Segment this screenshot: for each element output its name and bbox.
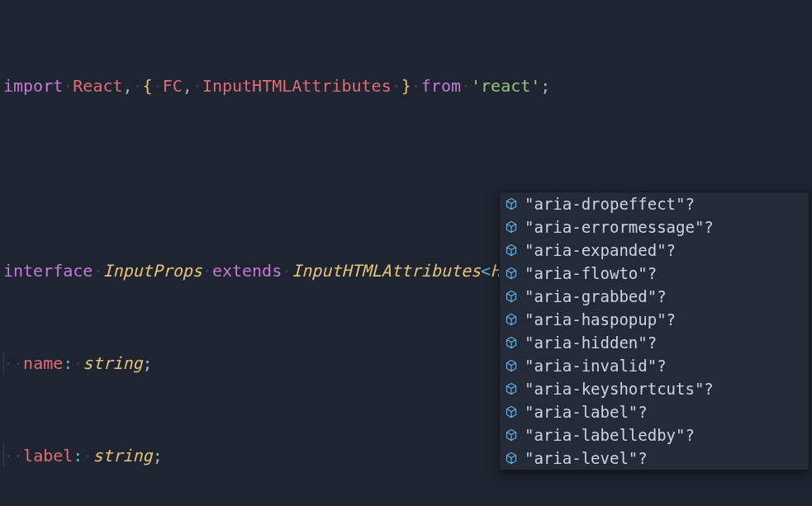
field-icon <box>505 452 518 465</box>
field-icon <box>505 405 518 419</box>
keyword-from: from <box>421 76 461 96</box>
suggestion-item[interactable]: "aria-level"? <box>500 447 809 470</box>
suggestion-item[interactable]: "aria-label"? <box>500 400 809 423</box>
suggestion-label: "aria-expanded"? <box>525 239 676 262</box>
prop-name: name <box>23 353 63 373</box>
suggestion-item[interactable]: "aria-hidden"? <box>500 331 809 354</box>
field-icon <box>505 220 518 234</box>
keyword-import: import <box>3 76 63 96</box>
suggestion-label: "aria-invalid"? <box>525 354 667 377</box>
suggestion-widget[interactable]: "aria-dropeffect"? "aria-errormessage"? … <box>499 192 810 471</box>
suggestion-label: "aria-label"? <box>525 400 648 423</box>
suggestion-item[interactable]: "aria-labelledby"? <box>500 423 809 447</box>
field-icon <box>505 290 518 303</box>
field-icon <box>505 428 518 442</box>
field-icon <box>505 359 518 372</box>
suggestion-item[interactable]: "aria-errormessage"? <box>500 215 809 239</box>
suggestion-label: "aria-errormessage"? <box>525 215 714 239</box>
suggestion-label: "aria-haspopup"? <box>525 308 676 331</box>
type-inputprops: InputProps <box>102 261 202 281</box>
suggestion-label: "aria-flowto"? <box>525 262 657 285</box>
field-icon <box>505 267 518 280</box>
suggestion-item[interactable]: "aria-expanded"? <box>500 239 809 262</box>
prop-label: label <box>23 446 73 466</box>
string-module: 'react' <box>471 76 540 96</box>
ident-react: React <box>73 76 122 96</box>
suggestion-label: "aria-hidden"? <box>525 331 657 354</box>
suggestion-item[interactable]: "aria-invalid"? <box>500 354 809 377</box>
keyword-interface: interface <box>3 261 93 281</box>
field-icon <box>505 382 518 395</box>
suggestion-item[interactable]: "aria-flowto"? <box>500 262 809 285</box>
code-line[interactable]: import·React,·{·FC,·InputHTMLAttributes·… <box>3 74 809 97</box>
field-icon <box>505 336 518 349</box>
suggestion-label: "aria-dropeffect"? <box>525 192 695 215</box>
suggestion-item[interactable]: "aria-grabbed"? <box>500 285 809 308</box>
suggestion-item[interactable]: "aria-keyshortcuts"? <box>500 377 809 400</box>
field-icon <box>505 313 518 326</box>
code-line[interactable] <box>3 167 809 190</box>
suggestion-label: "aria-grabbed"? <box>525 285 667 308</box>
field-icon <box>505 244 518 257</box>
suggestion-item[interactable]: "aria-haspopup"? <box>500 308 809 331</box>
keyword-extends: extends <box>212 261 282 281</box>
suggestion-label: "aria-level"? <box>525 447 648 470</box>
suggestion-label: "aria-keyshortcuts"? <box>525 377 714 400</box>
suggestion-label: "aria-labelledby"? <box>525 423 695 447</box>
suggestion-item[interactable]: "aria-dropeffect"? <box>500 192 809 215</box>
field-icon <box>505 197 518 210</box>
